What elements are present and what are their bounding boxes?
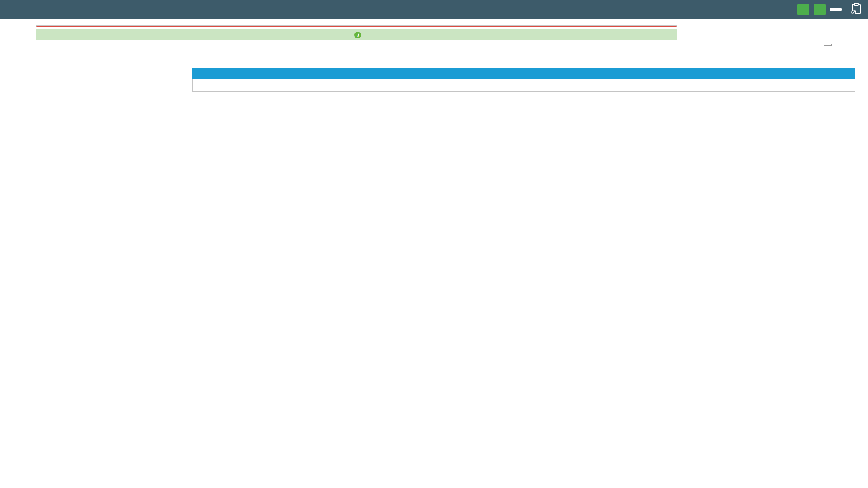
- company-info-table: [36, 25, 677, 27]
- production-sales-section-bar: [192, 68, 855, 79]
- clipboard-report-icon: [851, 3, 862, 16]
- million-rial-note-box: [824, 44, 832, 46]
- info-icon: i: [354, 32, 361, 38]
- report-type-dropdown[interactable]: [830, 8, 842, 11]
- top-navbar: [0, 0, 868, 19]
- previous-report-button[interactable]: [797, 4, 809, 15]
- signed-info-banner: i: [36, 29, 677, 40]
- table-million-note: [192, 79, 855, 92]
- next-report-button[interactable]: [814, 4, 826, 15]
